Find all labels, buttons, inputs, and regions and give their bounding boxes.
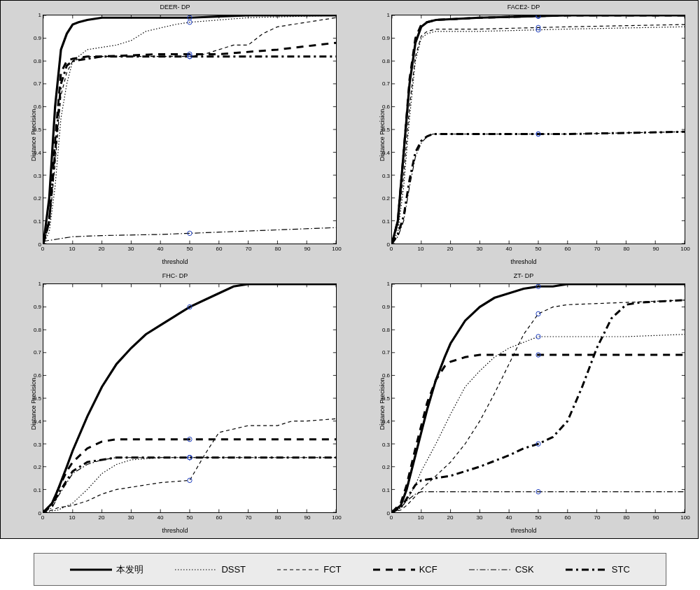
- y-tick-label: 0.7: [382, 349, 390, 356]
- x-tick-label: 40: [158, 246, 164, 252]
- x-tick-label: 40: [506, 246, 512, 252]
- x-axis-label: threshold: [510, 258, 536, 265]
- y-tick-label: 0.7: [34, 80, 41, 87]
- x-tick-label: 30: [128, 514, 134, 521]
- legend-item: STC: [566, 563, 630, 576]
- y-tick-label: 0.6: [34, 372, 41, 379]
- panel-zt: ZT- DP Distance Precision threshold 00.1…: [349, 269, 698, 538]
- y-ticks: 00.10.20.30.40.50.60.70.80.91: [376, 15, 390, 244]
- y-tick-label: 0.3: [34, 172, 41, 178]
- svg-point-146: [188, 478, 192, 483]
- legend-label: STC: [612, 564, 630, 575]
- x-tick-label: 60: [565, 514, 571, 521]
- y-tick-label: 0.2: [382, 464, 390, 470]
- y-tick-label: 1: [38, 281, 41, 287]
- y-tick-label: 0.5: [382, 395, 390, 402]
- x-tick-label: 100: [332, 514, 341, 521]
- x-tick-label: 0: [390, 246, 393, 252]
- x-tick-label: 30: [477, 514, 483, 521]
- x-tick-label: 60: [216, 514, 223, 521]
- y-tick-label: 0.4: [34, 418, 41, 424]
- legend-item: 本发明: [70, 563, 144, 576]
- x-tick-label: 80: [275, 514, 281, 521]
- x-tick-label: 20: [99, 246, 105, 252]
- x-tick-label: 60: [565, 246, 571, 252]
- y-tick-label: 1: [387, 281, 390, 287]
- x-axis-label: threshold: [162, 527, 188, 534]
- x-tick-label: 50: [536, 246, 542, 252]
- x-axis-label: threshold: [510, 527, 536, 534]
- y-ticks: 00.10.20.30.40.50.60.70.80.91: [27, 15, 41, 244]
- panel-fhc: FHC- DP Distance Precision threshold 00.…: [1, 269, 349, 538]
- x-tick-label: 50: [536, 514, 542, 521]
- x-tick-label: 70: [246, 514, 252, 521]
- y-tick-label: 0.1: [34, 218, 41, 225]
- x-tick-label: 60: [216, 246, 223, 252]
- legend-label: DSST: [221, 564, 246, 575]
- plot-area: [391, 283, 685, 513]
- y-ticks: 00.10.20.30.40.50.60.70.80.91: [376, 283, 390, 513]
- legend-label: FCT: [323, 564, 341, 575]
- legend-swatch: [70, 563, 112, 576]
- x-tick-label: 90: [304, 246, 311, 252]
- legend-item: KCF: [373, 563, 438, 576]
- x-tick-label: 0: [390, 514, 393, 521]
- y-tick-label: 0.5: [382, 127, 390, 133]
- y-tick-label: 0.7: [382, 80, 390, 87]
- svg-point-196: [536, 311, 540, 316]
- y-tick-label: 0.5: [34, 395, 41, 402]
- panel-face2: FACE2- DP Distance Precision threshold 0…: [349, 1, 698, 269]
- panel-deer: DEER- DP Distance Precision threshold 00…: [1, 1, 349, 269]
- y-tick-label: 0.2: [34, 195, 41, 202]
- x-tick-label: 10: [418, 514, 424, 521]
- legend-swatch: [277, 563, 319, 576]
- x-tick-label: 20: [99, 514, 105, 521]
- x-tick-label: 100: [680, 246, 690, 252]
- legend-swatch: [175, 563, 217, 576]
- chart-title: FHC- DP: [162, 272, 188, 279]
- x-tick-label: 10: [69, 514, 76, 521]
- x-tick-label: 40: [506, 514, 512, 521]
- y-tick-label: 0.2: [382, 195, 390, 202]
- y-tick-label: 0.8: [34, 326, 41, 332]
- y-tick-label: 0.8: [382, 326, 390, 332]
- y-tick-label: 0.1: [382, 487, 390, 493]
- legend-swatch: [566, 563, 608, 576]
- x-tick-label: 50: [187, 246, 193, 252]
- chart-grid: DEER- DP Distance Precision threshold 00…: [0, 0, 699, 539]
- plot-area: [391, 15, 685, 244]
- y-tick-label: 0.9: [382, 303, 390, 309]
- y-tick-label: 0.1: [382, 218, 390, 225]
- x-tick-label: 20: [447, 246, 454, 252]
- y-tick-label: 0.8: [382, 57, 390, 64]
- x-tick-label: 70: [246, 246, 252, 252]
- x-axis-label: threshold: [162, 258, 188, 265]
- legend-label: 本发明: [116, 563, 144, 576]
- y-tick-label: 0.6: [382, 372, 390, 379]
- x-tick-label: 10: [418, 246, 424, 252]
- x-tick-label: 30: [477, 246, 483, 252]
- x-tick-label: 90: [304, 514, 311, 521]
- plot-area: [43, 15, 337, 244]
- x-tick-label: 10: [69, 246, 76, 252]
- chart-title: ZT- DP: [514, 272, 534, 279]
- x-tick-label: 100: [680, 514, 690, 521]
- legend-item: DSST: [175, 563, 246, 576]
- y-tick-label: 0.3: [34, 441, 41, 447]
- x-tick-label: 0: [41, 246, 44, 252]
- x-ticks: 0102030405060708090100: [391, 514, 685, 523]
- legend-label: KCF: [419, 564, 438, 575]
- y-tick-label: 0.4: [382, 149, 390, 155]
- y-ticks: 00.10.20.30.40.50.60.70.80.91: [27, 283, 41, 513]
- x-tick-label: 70: [594, 514, 601, 521]
- x-ticks: 0102030405060708090100: [391, 246, 685, 254]
- x-tick-label: 30: [128, 246, 134, 252]
- x-tick-label: 80: [624, 514, 630, 521]
- chart-title: FACE2- DP: [507, 3, 540, 10]
- legend-label: CSK: [515, 564, 534, 575]
- x-tick-label: 100: [332, 246, 341, 252]
- y-tick-label: 0.9: [34, 303, 41, 309]
- y-tick-label: 1: [387, 12, 390, 18]
- y-tick-label: 0.8: [34, 57, 41, 64]
- legend-swatch: [469, 563, 511, 576]
